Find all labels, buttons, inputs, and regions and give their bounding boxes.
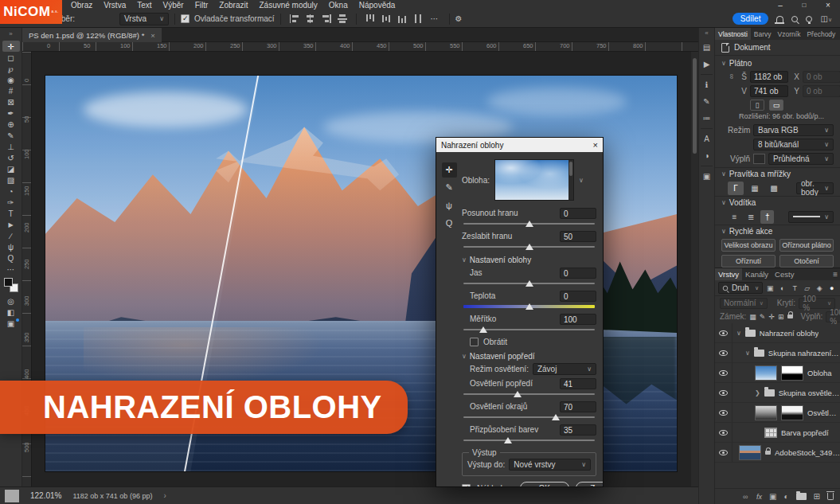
eyedropper-tool[interactable]: ✒: [2, 107, 20, 119]
menu-vyber[interactable]: Výběr: [158, 1, 189, 10]
discover-bulb-icon[interactable]: [806, 16, 812, 22]
move-tool[interactable]: ✛: [2, 41, 20, 52]
foreground-settings-header[interactable]: ∨Nastavení popředí: [462, 350, 596, 361]
tab-prechody[interactable]: Přechody: [803, 28, 838, 40]
workspace-gear-icon[interactable]: ⚙: [455, 14, 463, 23]
x-field[interactable]: 0 ob: [803, 71, 840, 83]
layer-row-adobestock[interactable]: AdobeStock_349648306: [715, 443, 840, 463]
status-chevron-icon[interactable]: ›: [163, 491, 166, 500]
layer-thumbnail[interactable]: [755, 365, 777, 381]
cancel-button[interactable]: Zrušit: [576, 482, 603, 486]
fg-light-slider[interactable]: [463, 389, 595, 399]
zoom-level-field[interactable]: 122.01%: [30, 491, 61, 500]
edge-light-slider[interactable]: [463, 412, 595, 422]
temperature-slider[interactable]: [463, 302, 595, 311]
scale-field[interactable]: 100: [560, 314, 596, 325]
trim-canvas-button[interactable]: Oříznout plátno: [779, 239, 834, 252]
slider-thumb[interactable]: [525, 280, 533, 287]
image-size-button[interactable]: Velikost obrazu: [721, 239, 776, 252]
lock-artboard-icon[interactable]: ⊞: [778, 313, 784, 321]
width-field[interactable]: 1182 ob: [750, 71, 788, 83]
slider-thumb[interactable]: [552, 414, 560, 420]
fg-light-field[interactable]: 41: [560, 378, 596, 389]
visibility-cell[interactable]: [715, 423, 733, 442]
bit-depth-dropdown[interactable]: 8 bitů/kanál∨: [753, 139, 834, 150]
edge-shift-field[interactable]: 0: [560, 208, 596, 219]
foreground-color-swatch[interactable]: [4, 278, 13, 287]
slider-thumb[interactable]: [514, 391, 522, 397]
workspace-switcher-icon[interactable]: ◫∨: [820, 14, 832, 23]
menu-okna[interactable]: Okna: [323, 1, 354, 10]
visibility-cell[interactable]: [715, 323, 733, 342]
tab-kanaly[interactable]: Kanály: [742, 268, 772, 280]
adjustment-layer-icon[interactable]: [764, 428, 777, 438]
filter-shape-icon[interactable]: ▱: [803, 284, 812, 292]
crop-tool[interactable]: #: [2, 85, 20, 96]
smart-guides-toggle-icon[interactable]: ≣: [744, 210, 758, 224]
guides-section-header[interactable]: ∨ Vodítka: [721, 197, 834, 209]
shape-tool[interactable]: ∕: [2, 230, 20, 241]
tab-vzornik[interactable]: Vzorník: [775, 28, 804, 40]
lock-transparency-icon[interactable]: ▦: [749, 313, 756, 321]
fill-swatch[interactable]: [753, 154, 765, 164]
chevron-down-icon[interactable]: ∨: [745, 350, 750, 357]
slider-thumb[interactable]: [525, 221, 533, 227]
temperature-field[interactable]: 0: [560, 291, 596, 302]
fill-dropdown[interactable]: Průhledná∨: [768, 153, 834, 165]
toolbar-collapse-icon[interactable]: »: [9, 28, 12, 41]
tab-vlastnosti[interactable]: Vlastnosti: [715, 28, 751, 40]
layer-row-osvetleni-popredi[interactable]: Osvětlení popředí: [715, 403, 840, 423]
scrollbar-thumb[interactable]: [693, 58, 697, 154]
distribute-bottom-icon[interactable]: [397, 14, 407, 23]
lighting-mode-dropdown[interactable]: Závoj∨: [533, 363, 596, 375]
rotate-button[interactable]: Otočení: [779, 255, 834, 268]
dock-collapse-icon[interactable]: «: [705, 28, 708, 39]
crop-button[interactable]: Oříznutí: [721, 255, 776, 268]
brightness-field[interactable]: 0: [560, 268, 596, 279]
new-layer-icon[interactable]: ⊞: [814, 492, 820, 501]
new-group-icon[interactable]: [796, 493, 807, 500]
brightness-slider[interactable]: [463, 279, 595, 288]
layer-row-skupina-osvetleni[interactable]: ❯Skupina osvětlení okrajů: [715, 383, 840, 403]
y-field[interactable]: 0 ob: [803, 85, 840, 97]
lock-all-icon[interactable]: [787, 315, 793, 318]
layer-row-barva-popredi[interactable]: Barva popředí: [715, 423, 840, 443]
more-options-icon[interactable]: ⋯: [431, 14, 439, 23]
adjustment-layer-button-icon[interactable]: ◐: [784, 492, 789, 501]
filter-adjustment-icon[interactable]: ◐: [778, 284, 787, 292]
panel-menu-icon[interactable]: ≡: [833, 268, 840, 280]
transform-controls-checkbox[interactable]: [181, 14, 189, 23]
menu-zasuvne-moduly[interactable]: Zásuvné moduly: [253, 1, 322, 10]
pixel-grid-toggle-icon[interactable]: ▩: [766, 182, 782, 195]
link-layers-icon[interactable]: ∞: [741, 493, 749, 501]
link-dimensions-icon[interactable]: ∞: [728, 72, 736, 80]
path-selection-tool[interactable]: ▶: [2, 219, 20, 230]
rulers-section-header[interactable]: ∨ Pravítka a mřížky: [721, 168, 834, 180]
layer-mask-thumbnail[interactable]: [781, 365, 803, 381]
align-center-icon[interactable]: [306, 14, 315, 23]
dialog-sky-brush-tool[interactable]: ✎: [442, 180, 457, 195]
slider-thumb[interactable]: [504, 437, 512, 443]
orientation-landscape-button[interactable]: ▭: [769, 100, 783, 111]
ok-button[interactable]: OK: [520, 482, 569, 486]
edge-light-field[interactable]: 70: [560, 401, 596, 412]
search-icon[interactable]: [791, 16, 798, 22]
layer-row-obloha[interactable]: Obloha: [715, 363, 840, 383]
slider-thumb[interactable]: [525, 303, 533, 310]
scale-slider[interactable]: [463, 325, 595, 334]
histogram-icon[interactable]: ▤: [700, 41, 713, 54]
menu-text[interactable]: Text: [131, 1, 157, 10]
layer-thumbnail[interactable]: [755, 405, 777, 420]
marquee-tool[interactable]: ◻: [2, 52, 20, 63]
info-icon[interactable]: ℹ: [700, 78, 713, 92]
filter-type-icon[interactable]: T: [790, 284, 799, 292]
libraries-icon[interactable]: ▣: [700, 170, 713, 183]
dialog-close-icon[interactable]: ×: [593, 140, 598, 150]
grid-toggle-icon[interactable]: ▦: [747, 182, 763, 195]
history-brush-tool[interactable]: ↺: [2, 152, 20, 163]
edge-fade-slider[interactable]: [463, 242, 595, 252]
filter-image-icon[interactable]: ▣: [765, 284, 775, 292]
slider-thumb[interactable]: [525, 244, 533, 250]
hand-tool[interactable]: ψ: [2, 241, 20, 252]
layer-row-skupina-nahrazeni[interactable]: ∨Skupina nahrazení oblohy: [715, 343, 840, 363]
